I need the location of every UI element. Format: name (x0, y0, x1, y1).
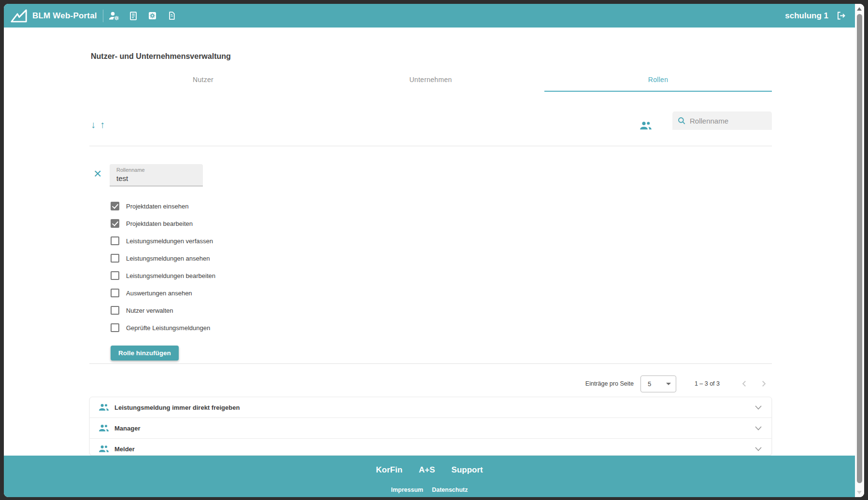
role-name-value: test (116, 174, 196, 182)
checkbox[interactable] (111, 323, 119, 332)
logout-icon[interactable] (835, 10, 847, 22)
checkbox[interactable] (111, 202, 119, 210)
role-name-field[interactable]: Rollenname test (110, 164, 203, 186)
role-name-label: Rollenname (116, 167, 196, 173)
close-icon[interactable]: × (94, 167, 101, 181)
expand-chevron-icon[interactable] (755, 405, 762, 410)
settings-icon[interactable] (146, 10, 159, 22)
sort-descending-icon[interactable]: ↓ (91, 119, 96, 130)
tab-bar: Nutzer Unternehmen Rollen (89, 68, 772, 92)
permission-row[interactable]: Auswertungen ansehen (111, 284, 215, 302)
app-header: BLM Web-Portal (4, 4, 855, 28)
checkbox[interactable] (111, 306, 119, 315)
divider (89, 363, 772, 364)
permission-row[interactable]: Geprüfte Leistungsmeldungen (111, 319, 215, 336)
expand-chevron-icon[interactable] (755, 426, 762, 431)
footer-links: KorFin A+S Support (376, 465, 483, 475)
permission-row[interactable]: Projektdaten bearbeiten (111, 215, 215, 232)
group-icon (99, 403, 109, 412)
permission-row[interactable]: Nutzer verwalten (111, 302, 215, 319)
caret-down-icon (666, 383, 671, 385)
manage-users-icon[interactable] (108, 10, 120, 22)
page-title: Nutzer- und Unternehmensverwaltung (91, 52, 231, 61)
sort-ascending-icon[interactable]: ↑ (100, 119, 105, 130)
footer-link-korfin[interactable]: KorFin (376, 465, 402, 475)
add-role-button[interactable]: Rolle hinzufügen (111, 346, 179, 361)
footer-link-datenschutz[interactable]: Datenschutz (432, 486, 468, 493)
divider (89, 146, 772, 146)
search-input[interactable] (690, 117, 762, 125)
checkbox[interactable] (111, 289, 119, 297)
footer-link-support[interactable]: Support (452, 465, 483, 475)
user-name: schulung 1 (785, 11, 828, 21)
footer-link-as[interactable]: A+S (419, 465, 435, 475)
search-icon (677, 116, 686, 125)
roles-group-icon[interactable] (640, 121, 652, 133)
tab-unternehmen[interactable]: Unternehmen (317, 68, 544, 92)
vertical-scrollbar[interactable] (855, 4, 864, 497)
items-per-page-label: Einträge pro Seite (585, 380, 634, 387)
checkbox[interactable] (111, 219, 119, 228)
group-icon (99, 424, 109, 432)
app-title: BLM Web-Portal (32, 11, 97, 21)
role-row[interactable]: Melder (90, 439, 771, 456)
group-icon (99, 445, 109, 453)
browser-frame: BLM Web-Portal (0, 0, 868, 500)
document-icon[interactable] (166, 10, 178, 22)
reports-icon[interactable] (127, 10, 140, 22)
scrollbar-thumb[interactable] (857, 14, 862, 483)
permission-row[interactable]: Leistungsmeldungen verfassen (111, 232, 215, 250)
checkbox[interactable] (111, 271, 119, 280)
header-nav (108, 10, 178, 22)
role-row[interactable]: Leistungsmeldung immer direkt freigeben (90, 397, 771, 418)
checkbox[interactable] (111, 236, 119, 245)
previous-page-icon[interactable] (740, 379, 749, 388)
footer-link-impressum[interactable]: Impressum (391, 486, 423, 493)
scroll-down-icon[interactable] (857, 491, 862, 494)
permission-row[interactable]: Leistungsmeldungen bearbeiten (111, 267, 215, 284)
role-row[interactable]: Manager (90, 418, 771, 439)
permission-row[interactable]: Leistungsmeldungen ansehen (111, 250, 215, 267)
range-label: 1 – 3 of 3 (695, 380, 720, 387)
next-page-icon[interactable] (759, 379, 768, 388)
app-window: BLM Web-Portal (4, 4, 864, 497)
checkbox[interactable] (111, 254, 119, 263)
page-size-value: 5 (648, 380, 651, 388)
app-footer: KorFin A+S Support Impressum Datenschutz (4, 456, 855, 497)
scroll-up-icon[interactable] (857, 7, 862, 11)
roles-list: Leistungsmeldung immer direkt freigeben … (89, 397, 772, 456)
page-size-select[interactable]: 5 (640, 375, 676, 392)
app-logo-icon (10, 9, 28, 23)
role-search (672, 111, 772, 130)
expand-chevron-icon[interactable] (755, 447, 762, 451)
header-divider (103, 10, 103, 22)
footer-legal: Impressum Datenschutz (391, 486, 468, 493)
permission-row[interactable]: Projektdaten einsehen (111, 197, 215, 215)
tab-rollen[interactable]: Rollen (544, 68, 772, 92)
sort-controls: ↓ ↑ (91, 119, 105, 130)
paginator: Einträge pro Seite 5 1 – 3 of 3 (89, 375, 772, 392)
permission-list: Projektdaten einsehen Projektdaten bearb… (111, 197, 215, 336)
header-right: schulung 1 (785, 10, 847, 22)
tab-nutzer[interactable]: Nutzer (89, 68, 317, 92)
